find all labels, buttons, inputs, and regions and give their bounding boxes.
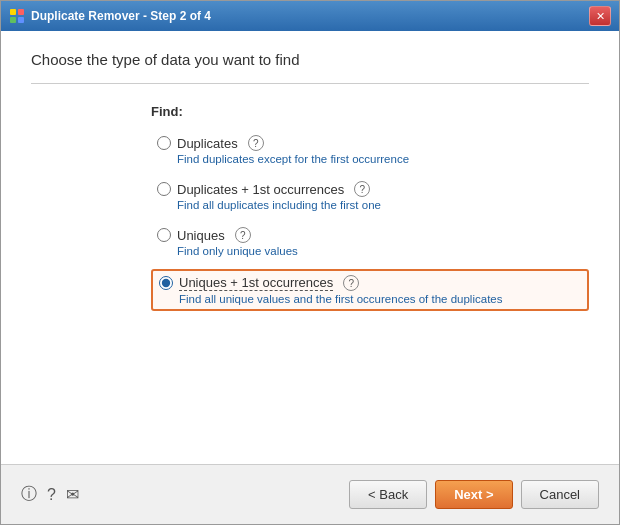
info-icon[interactable]: ⓘ: [21, 484, 37, 505]
help-icon[interactable]: ?: [47, 486, 56, 504]
help-icon-duplicates[interactable]: ?: [248, 135, 264, 151]
desc-uniques-1st: Find all unique values and the first occ…: [179, 293, 581, 305]
help-icon-uniques[interactable]: ?: [235, 227, 251, 243]
desc-uniques: Find only unique values: [177, 245, 583, 257]
option-group-duplicates: Duplicates ? Find duplicates except for …: [151, 131, 589, 169]
divider: [31, 83, 589, 84]
svg-rect-3: [18, 17, 24, 23]
svg-rect-2: [10, 17, 16, 23]
app-icon: [9, 8, 25, 24]
back-wrapper: < Back: [349, 480, 427, 509]
find-label: Find:: [151, 104, 589, 119]
option-group-duplicates-1st: Duplicates + 1st occurrences ? Find all …: [151, 177, 589, 215]
content-area: Choose the type of data you want to find…: [1, 31, 619, 464]
svg-rect-0: [10, 9, 16, 15]
footer-buttons: < Back Next > Cancel: [349, 480, 599, 509]
help-icon-duplicates-1st[interactable]: ?: [354, 181, 370, 197]
close-button[interactable]: ✕: [589, 6, 611, 26]
radio-duplicates[interactable]: [157, 136, 171, 150]
option-row-uniques: Uniques ?: [157, 227, 583, 243]
svg-rect-1: [18, 9, 24, 15]
radio-uniques[interactable]: [157, 228, 171, 242]
main-window: Duplicate Remover - Step 2 of 4 ✕ Choose…: [0, 0, 620, 525]
help-icon-uniques-1st[interactable]: ?: [343, 275, 359, 291]
option-row-duplicates-1st: Duplicates + 1st occurrences ?: [157, 181, 583, 197]
option-group-uniques: Uniques ? Find only unique values: [151, 223, 589, 261]
next-button[interactable]: Next >: [435, 480, 512, 509]
radio-duplicates-1st[interactable]: [157, 182, 171, 196]
label-uniques[interactable]: Uniques: [177, 228, 225, 243]
option-group-uniques-1st: Uniques + 1st occurrences ? Find all uni…: [151, 269, 589, 311]
footer: ⓘ ? ✉ < Back Next > Cancel: [1, 464, 619, 524]
cancel-button[interactable]: Cancel: [521, 480, 599, 509]
window-controls: ✕: [589, 6, 611, 26]
mail-icon[interactable]: ✉: [66, 485, 79, 504]
back-button[interactable]: < Back: [349, 480, 427, 509]
window-title: Duplicate Remover - Step 2 of 4: [31, 9, 589, 23]
title-bar: Duplicate Remover - Step 2 of 4 ✕: [1, 1, 619, 31]
label-duplicates[interactable]: Duplicates: [177, 136, 238, 151]
label-uniques-1st[interactable]: Uniques + 1st occurrences: [179, 275, 333, 291]
option-row-duplicates: Duplicates ?: [157, 135, 583, 151]
desc-duplicates-1st: Find all duplicates including the first …: [177, 199, 583, 211]
footer-icons: ⓘ ? ✉: [21, 484, 349, 505]
option-row-uniques-1st: Uniques + 1st occurrences ?: [159, 275, 581, 291]
page-title: Choose the type of data you want to find: [31, 51, 589, 68]
desc-duplicates: Find duplicates except for the first occ…: [177, 153, 583, 165]
radio-uniques-1st[interactable]: [159, 276, 173, 290]
label-duplicates-1st[interactable]: Duplicates + 1st occurrences: [177, 182, 344, 197]
options-list: Duplicates ? Find duplicates except for …: [151, 131, 589, 449]
